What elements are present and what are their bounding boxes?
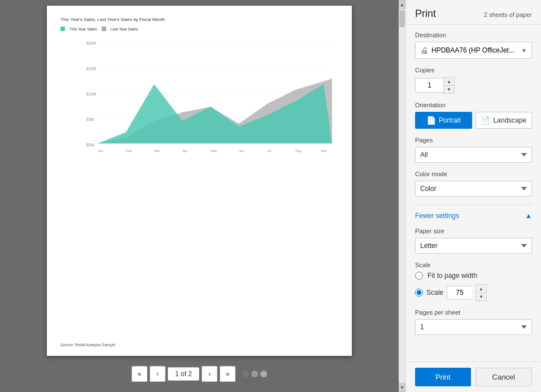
copies-row: ▲ ▼: [415, 77, 532, 94]
fewer-settings-toggle[interactable]: Fewer settings ▲: [415, 210, 532, 222]
print-body: Destination 🖨 HPDBAA76 (HP OfficeJet... …: [406, 25, 541, 361]
chart-container: $20M $15M $10M $5M $0M Jan Feb Mar: [60, 33, 338, 347]
color-mode-label: Color mode: [415, 171, 532, 177]
paper-size-group: Paper size Letter A4 Legal: [415, 228, 532, 254]
svg-text:$15M: $15M: [86, 67, 97, 71]
copies-label: Copies: [415, 67, 532, 73]
copies-increment-button[interactable]: ▲: [444, 77, 454, 85]
destination-group: Destination 🖨 HPDBAA76 (HP OfficeJet... …: [415, 32, 532, 59]
orientation-group: Orientation 📄 Portrait 📄 Landscape: [415, 102, 532, 129]
page-dot-1: [242, 371, 249, 377]
scale-increment-button[interactable]: ▲: [476, 285, 486, 293]
preview-scrollbar[interactable]: ▲ ▼: [399, 0, 405, 392]
svg-text:$5M: $5M: [86, 117, 94, 121]
prev-page-button[interactable]: ‹: [150, 366, 165, 382]
scale-spinner: ▲ ▼: [475, 284, 487, 301]
pages-select[interactable]: All Custom: [415, 147, 532, 163]
svg-text:Jan: Jan: [98, 149, 103, 153]
svg-text:$0M: $0M: [86, 143, 94, 147]
legend-last-year-label: Last Year Sales: [111, 27, 138, 31]
landscape-button[interactable]: 📄 Landscape: [475, 112, 533, 129]
svg-text:$10M: $10M: [86, 92, 97, 96]
pages-per-sheet-select[interactable]: 1 2 4 6 9 16: [415, 319, 532, 335]
color-mode-select[interactable]: Color Black and white: [415, 181, 532, 197]
scroll-up-arrow[interactable]: ▲: [399, 0, 405, 9]
orientation-row: 📄 Portrait 📄 Landscape: [415, 112, 532, 129]
print-title: Print: [415, 8, 436, 20]
svg-text:Jun: Jun: [239, 149, 245, 153]
sheets-info: 2 sheets of paper: [484, 11, 532, 18]
paper-size-label: Paper size: [415, 228, 532, 234]
scale-value-row: Scale ▲ ▼: [415, 284, 532, 301]
destination-select-row[interactable]: 🖨 HPDBAA76 (HP OfficeJet... ▼: [415, 42, 532, 59]
portrait-icon: 📄: [426, 116, 436, 125]
svg-text:Sep: Sep: [321, 149, 327, 153]
svg-text:Apr: Apr: [182, 149, 187, 153]
scroll-track: [399, 9, 405, 383]
scale-value-input[interactable]: [447, 286, 472, 299]
scroll-down-arrow[interactable]: ▼: [399, 383, 405, 392]
copies-input[interactable]: [415, 78, 443, 93]
print-panel: Print 2 sheets of paper Destination 🖨 HP…: [405, 0, 541, 392]
portrait-label: Portrait: [439, 116, 461, 124]
cancel-button[interactable]: Cancel: [475, 368, 533, 386]
svg-text:Jul: Jul: [267, 149, 272, 153]
scale-radio[interactable]: [415, 289, 423, 297]
svg-text:Aug: Aug: [295, 149, 302, 153]
preview-area: This Year's Sales, Last Year's Sales by …: [0, 0, 399, 392]
chart-svg: $20M $15M $10M $5M $0M Jan Feb Mar: [60, 33, 338, 169]
chart-source: Source: Retail Analysis Sample: [60, 343, 115, 347]
page-dots: [242, 371, 267, 377]
svg-text:Feb: Feb: [126, 149, 132, 153]
pages-group: Pages All Custom: [415, 137, 532, 163]
fit-to-page-row: Fit to page width: [415, 272, 532, 280]
paper-size-select[interactable]: Letter A4 Legal: [415, 238, 532, 254]
copies-spinner: ▲ ▼: [443, 77, 455, 94]
scale-label: Scale: [415, 262, 532, 268]
fewer-settings-label: Fewer settings: [415, 212, 459, 220]
orientation-label: Orientation: [415, 102, 532, 108]
scroll-thumb[interactable]: [399, 10, 405, 27]
last-page-button[interactable]: »: [220, 366, 235, 382]
svg-text:Mar: Mar: [154, 149, 160, 153]
print-footer: Print Cancel: [406, 361, 541, 392]
pages-per-sheet-group: Pages per sheet 1 2 4 6 9 16: [415, 309, 532, 335]
destination-dropdown-arrow: ▼: [521, 47, 527, 54]
page-preview: This Year's Sales, Last Year's Sales by …: [47, 6, 352, 356]
first-page-button[interactable]: «: [132, 366, 147, 382]
chart-title: This Year's Sales, Last Year's Sales by …: [60, 17, 338, 22]
copies-decrement-button[interactable]: ▼: [444, 85, 454, 93]
copies-group: Copies ▲ ▼: [415, 67, 532, 94]
page-navigation: « ‹ 1 of 2 › »: [132, 361, 267, 386]
legend-this-year-label: This Year Sales: [69, 27, 97, 31]
chart-legend: This Year Sales Last Year Sales: [60, 27, 338, 31]
print-button[interactable]: Print: [415, 368, 471, 386]
page-indicator: 1 of 2: [168, 367, 199, 381]
svg-text:May: May: [211, 149, 217, 153]
next-page-button[interactable]: ›: [202, 366, 217, 382]
destination-label: Destination: [415, 32, 532, 38]
color-mode-group: Color mode Color Black and white: [415, 171, 532, 197]
settings-divider: [415, 204, 532, 205]
scale-options: Fit to page width Scale ▲ ▼: [415, 272, 532, 301]
portrait-button[interactable]: 📄 Portrait: [415, 112, 472, 129]
page-dot-2: [251, 371, 258, 377]
page-dot-3: [260, 371, 267, 377]
chevron-up-icon: ▲: [525, 212, 532, 220]
legend-last-year-color: [102, 27, 106, 31]
fit-to-page-radio[interactable]: [415, 272, 423, 280]
pages-label: Pages: [415, 137, 532, 143]
pages-per-sheet-label: Pages per sheet: [415, 309, 532, 316]
scale-group: Scale Fit to page width Scale ▲ ▼: [415, 262, 532, 301]
legend-this-year-color: [60, 27, 65, 31]
landscape-label: Landscape: [493, 116, 526, 124]
fit-to-page-label: Fit to page width: [427, 272, 477, 280]
landscape-icon: 📄: [481, 116, 490, 125]
scale-value-label: Scale: [426, 289, 443, 297]
scale-decrement-button[interactable]: ▼: [476, 293, 486, 300]
destination-select[interactable]: HPDBAA76 (HP OfficeJet...: [431, 46, 518, 54]
svg-text:$20M: $20M: [86, 41, 97, 45]
print-header: Print 2 sheets of paper: [406, 0, 541, 25]
printer-icon: 🖨: [420, 46, 428, 55]
